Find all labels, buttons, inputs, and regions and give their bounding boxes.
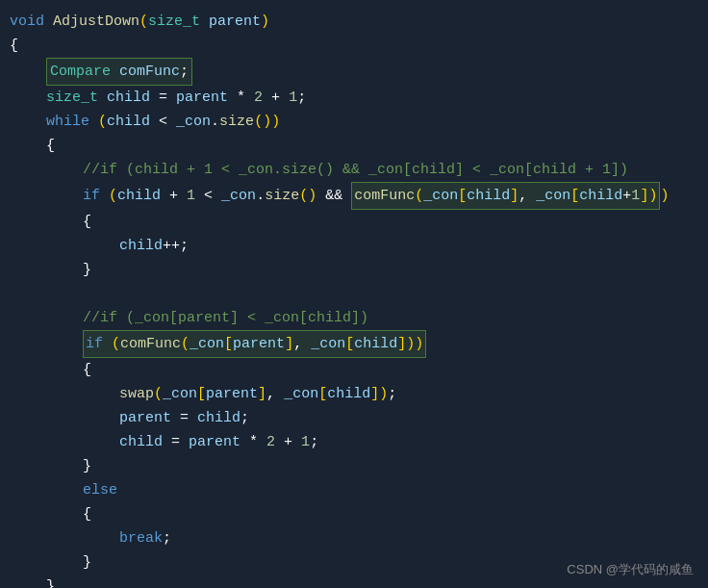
dot: . — [211, 110, 219, 134]
var-con2: _con — [221, 184, 256, 208]
var-con: _con — [176, 110, 211, 134]
guide-bar — [29, 86, 46, 110]
bracket-10: ] — [258, 382, 266, 406]
code-line-8: if (child + 1 < _con.size() && comFunc(_… — [10, 182, 708, 210]
guide-bars-14 — [48, 478, 83, 502]
guide-bars-12 — [67, 430, 119, 454]
guide-bar — [29, 110, 46, 134]
semi-3: ; — [180, 234, 189, 258]
code-line-11: } — [10, 258, 708, 282]
op-eq3: = — [171, 430, 189, 454]
code-line-14: if (comFunc(_con[parent], _con[child])) — [10, 330, 708, 358]
paren-if1-open: ( — [109, 184, 117, 208]
keyword-if-1: if — [83, 184, 109, 208]
code-line-10: child++; — [10, 234, 708, 258]
brace-if2-close: } — [83, 454, 91, 478]
guide-bars-5 — [67, 234, 119, 258]
bracket-2: ] — [510, 188, 518, 204]
comma2: , — [293, 336, 311, 352]
guide-bar — [29, 60, 46, 84]
var-child8: child — [327, 382, 370, 406]
code-line-21: { — [10, 502, 708, 526]
compare-comfunc-highlight: Compare comFunc; — [46, 58, 192, 86]
comma3: , — [266, 382, 284, 406]
paren-cf1-close: ) — [648, 188, 657, 204]
brace-while-open: { — [46, 134, 55, 158]
brace-if2-open: { — [83, 358, 91, 382]
code-line-7: //if (child + 1 < _con.size() && _con[ch… — [10, 158, 708, 182]
semi-pc: ; — [240, 406, 249, 430]
bracket-8: ] — [397, 336, 406, 352]
bracket-12: ] — [370, 382, 379, 406]
op-and: && — [325, 184, 351, 208]
semi-break: ; — [163, 526, 171, 550]
op-mul2: * — [249, 430, 266, 454]
code-line-13: //if (_con[parent] < _con[child]) — [10, 306, 708, 330]
code-container: void AdjustDown(size_t parent) { Compare… — [0, 0, 708, 588]
dot2: . — [256, 184, 265, 208]
keyword-else: else — [83, 478, 117, 502]
var-parent2: parent — [233, 336, 285, 352]
func-comfunc-2: comFunc — [120, 336, 181, 352]
brace-if1-close: } — [83, 258, 91, 282]
func-name: AdjustDown — [53, 10, 139, 34]
code-line-17: parent = child; — [10, 406, 708, 430]
comfunc-highlight-1: comFunc(_con[child], _con[child+1]) — [351, 182, 660, 210]
type-size_t-2: size_t — [46, 86, 107, 110]
comfunc-highlight-2: if (comFunc(_con[parent], _con[child])) — [83, 330, 426, 358]
brace-open: { — [10, 34, 18, 58]
type-size_t: size_t — [148, 10, 209, 34]
paren-close: ) — [261, 10, 269, 34]
var-con5: _con — [190, 336, 224, 352]
code-line-2: { — [10, 34, 708, 58]
bracket-6: ] — [285, 336, 293, 352]
guide-bars-8 — [48, 332, 83, 356]
op-plus4: + — [284, 430, 301, 454]
paren-if2-open: ( — [112, 336, 120, 352]
guide-bars-9 — [48, 358, 83, 382]
guide-bar — [29, 134, 46, 158]
guide-bars-17 — [48, 550, 83, 575]
guide-bars-13 — [48, 454, 83, 478]
var-parent5: parent — [189, 430, 249, 454]
watermark: CSDN @学代码的咸鱼 — [567, 561, 694, 578]
comma: , — [518, 188, 536, 204]
keyword-if-2: if — [86, 336, 112, 352]
func-comfunc-1: comFunc — [354, 188, 415, 204]
op-mul: * — [237, 86, 254, 110]
semi-2: ; — [297, 86, 306, 110]
semi-swap: ; — [388, 382, 396, 406]
var-child-3: child — [117, 184, 169, 208]
paren-cf1-open: ( — [415, 188, 423, 204]
num-1-2: 1 — [187, 184, 204, 208]
code-line-18: child = parent * 2 + 1; — [10, 430, 708, 454]
paren-if1-close: ) — [660, 184, 669, 208]
guide-bars-3 — [48, 184, 83, 208]
code-line-4: size_t child = parent * 2 + 1; — [10, 86, 708, 110]
code-line-16: swap(_con[parent], _con[child]); — [10, 382, 708, 406]
code-line-22: break; — [10, 526, 708, 550]
keyword-while: while — [46, 110, 98, 134]
var-con4: _con — [536, 188, 570, 204]
num-2: 2 — [254, 86, 271, 110]
bracket-1: [ — [458, 188, 467, 204]
var-parent4: parent — [119, 406, 180, 430]
guide-bars-6 — [48, 258, 83, 282]
paren-size: () — [254, 110, 271, 134]
bracket-5: [ — [224, 336, 233, 352]
func-size2: size — [265, 184, 299, 208]
paren-size2: () — [299, 184, 325, 208]
var-con3: _con — [423, 188, 458, 204]
paren: ( — [139, 10, 148, 34]
guide-bars-10 — [67, 382, 119, 406]
var-con8: _con — [284, 382, 318, 406]
op-lt2: < — [204, 184, 221, 208]
keyword-void: void — [10, 10, 53, 34]
paren-cf2-open: ( — [181, 336, 190, 352]
var-child-2: child — [107, 110, 159, 134]
func-size: size — [219, 110, 254, 134]
guide-bars-16 — [67, 526, 119, 550]
code-line-5: while (child < _con.size()) — [10, 110, 708, 134]
var-child6: child — [119, 234, 163, 258]
paren-cf2-close: )) — [406, 336, 423, 352]
